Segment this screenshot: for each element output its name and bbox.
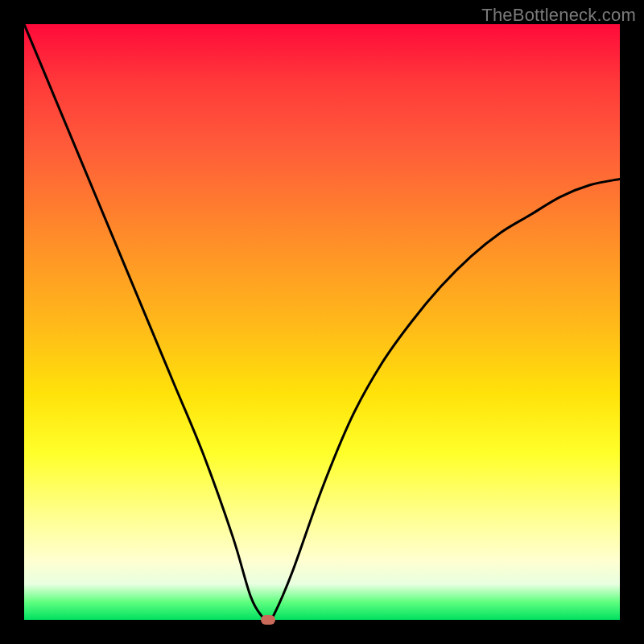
minimum-marker <box>261 615 275 625</box>
chart-frame: TheBottleneck.com <box>0 0 644 644</box>
curve-svg <box>24 24 620 620</box>
bottleneck-curve <box>24 24 620 620</box>
plot-area <box>24 24 620 620</box>
watermark-text: TheBottleneck.com <box>481 5 636 26</box>
